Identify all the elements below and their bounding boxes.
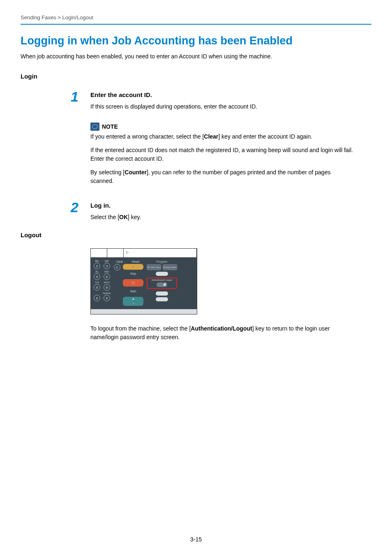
key-label-abc: ABC (95, 260, 99, 262)
step2-text-c: ] key. (128, 214, 141, 220)
step-2: 2 Log in. Select the [OK] key. (71, 200, 355, 222)
logout-text: To logout from the machine, select the [… (90, 324, 351, 342)
step-2-text: Select the [OK] key. (90, 213, 355, 222)
key-0: 0 (94, 295, 100, 301)
key-label-blank (97, 292, 97, 294)
auth-logout-label: Authentication/ Logout (148, 279, 175, 282)
clear-key: C (114, 264, 120, 271)
stop-button: ◯ (123, 279, 143, 287)
key-3: 3 (104, 263, 110, 269)
note-label: NOTE (102, 123, 118, 130)
lock-icon (164, 283, 166, 286)
key-8: 8 (94, 284, 100, 291)
note-p1-c: ] key and enter the account ID again. (218, 133, 312, 140)
reset-label: Reset (128, 260, 143, 263)
program-oval-1 (156, 272, 168, 276)
login-heading: Login (21, 73, 371, 80)
logout-text-a: To logout from the machine, select the [ (90, 325, 191, 332)
key-label-wxyz: WXYZ (104, 282, 110, 284)
key-label-symbols: Symbols (103, 292, 111, 294)
step-2-number: 2 (71, 200, 90, 222)
key-2: 2 (94, 263, 100, 269)
key-label-jkl: JKL (95, 271, 99, 273)
program-oval-2 (156, 291, 168, 296)
intro-text: When job accounting has been enabled, yo… (21, 53, 371, 60)
clear-label: Clear (114, 260, 125, 263)
step-1: 1 Enter the account ID. If this screen i… (71, 90, 355, 190)
logout-heading: Logout (21, 231, 371, 238)
key-label-def: DEF (105, 260, 109, 262)
step-1-text: If this screen is displayed during opera… (90, 102, 355, 111)
key-label-tuv: TUV (95, 282, 99, 284)
breadcrumb: Sending Faxes > Login/Logout (21, 14, 371, 25)
note-block: NOTE If you entered a wrong character, s… (90, 123, 355, 185)
start-label: Start (123, 290, 143, 293)
step2-key: OK (119, 214, 128, 220)
note-paragraph-3: By selecting [Counter], you can refer to… (90, 168, 355, 185)
note-p3-key: Counter (125, 169, 147, 176)
logout-key: Authentication/Logout (191, 325, 252, 332)
energy-saver-chip: Energy Saver (163, 264, 177, 270)
start-button: ◈○ (123, 297, 143, 306)
auth-logout-highlight: Authentication/ Logout (147, 278, 177, 289)
note-p1-a: If you entered a wrong character, select… (90, 133, 204, 140)
step-1-number: 1 (71, 90, 90, 190)
id-card-chip: ID Card Copy (147, 264, 161, 270)
auth-logout-button (157, 282, 167, 287)
note-p3-a: By selecting [ (90, 169, 125, 176)
key-9: 9 (104, 284, 110, 291)
page-number: 3-15 (0, 536, 392, 543)
note-paragraph-2: If the entered account ID does not match… (90, 146, 355, 163)
program-oval-3 (156, 297, 168, 301)
key-label-mno: MNO (104, 271, 109, 273)
note-p1-key: Clear (204, 133, 218, 140)
control-panel-illustration: ABC2 DEF3 JKL5 MNO6 TUV8 WXYZ9 0 Symbols… (90, 248, 351, 314)
note-icon (90, 123, 99, 131)
step2-text-a: Select the [ (90, 214, 119, 220)
key-6: 6 (104, 273, 110, 280)
key-hash: # (104, 295, 110, 301)
step-1-heading: Enter the account ID. (90, 91, 355, 98)
key-5: 5 (94, 273, 100, 280)
stop-label: Stop (123, 272, 143, 275)
step-2-heading: Log in. (90, 202, 355, 209)
note-paragraph-1: If you entered a wrong character, select… (90, 132, 355, 141)
program-label: Program (147, 260, 177, 263)
page-title: Logging in when Job Accounting has been … (21, 35, 371, 47)
reset-button: ⁄⁄ (123, 264, 143, 270)
